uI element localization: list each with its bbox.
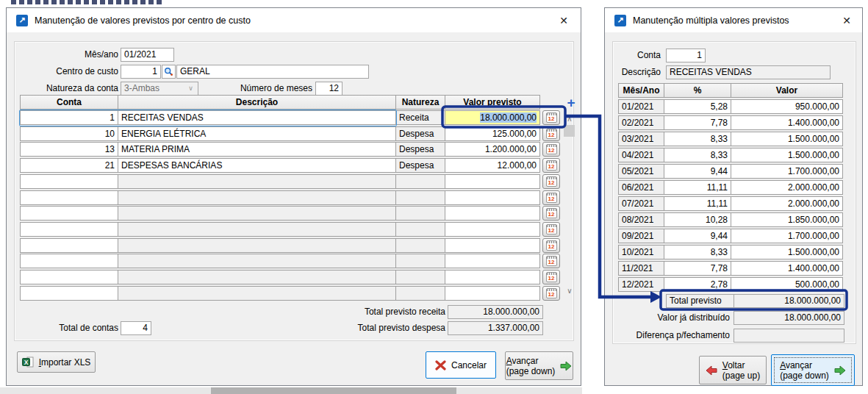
descricao-cell[interactable] bbox=[118, 222, 396, 237]
valor-previsto-cell-selected[interactable]: 18.000.000,00 bbox=[445, 110, 540, 125]
calendar-button[interactable]: 12 bbox=[542, 286, 560, 301]
col-header-natureza: Natureza bbox=[395, 95, 445, 110]
conta-cell[interactable] bbox=[20, 238, 118, 253]
lookup-button[interactable] bbox=[162, 65, 176, 79]
left-window-title: Manutenção de valores previstos por cent… bbox=[35, 15, 251, 26]
pct-cell[interactable]: 11,11 bbox=[664, 196, 731, 211]
calendar-button[interactable]: 12 bbox=[542, 158, 560, 173]
pct-cell[interactable]: 9,44 bbox=[664, 164, 731, 179]
add-row-plus-icon[interactable]: + bbox=[564, 96, 578, 110]
valor-cell[interactable]: 1.500.000,00 bbox=[731, 148, 843, 162]
valor-previsto-cell[interactable] bbox=[445, 174, 540, 189]
conta-cell[interactable] bbox=[20, 270, 118, 284]
pct-cell[interactable]: 5,28 bbox=[664, 99, 731, 114]
close-icon[interactable]: ✕ bbox=[556, 13, 572, 28]
descricao-cell[interactable] bbox=[118, 238, 396, 253]
calendar-button[interactable]: 12 bbox=[542, 222, 560, 237]
descricao-cell[interactable]: DESPESAS BANCÁRIAS bbox=[118, 158, 396, 173]
valor-cell[interactable]: 2.000.000,00 bbox=[731, 196, 843, 211]
mes-ano-cell: 01/2021 bbox=[618, 99, 664, 114]
numero-meses-field[interactable]: 12 bbox=[315, 82, 342, 96]
calendar-button[interactable]: 12 bbox=[542, 254, 560, 268]
valor-previsto-cell[interactable] bbox=[445, 222, 540, 237]
valor-previsto-cell[interactable] bbox=[445, 190, 540, 205]
descricao-cell[interactable] bbox=[118, 270, 396, 284]
conta-cell[interactable]: 13 bbox=[20, 142, 118, 157]
valor-previsto-cell[interactable] bbox=[445, 286, 540, 301]
valor-previsto-cell[interactable]: 12.000,00 bbox=[445, 158, 540, 173]
valor-cell[interactable]: 1.500.000,00 bbox=[731, 245, 843, 259]
conta-cell[interactable] bbox=[20, 254, 118, 268]
pct-cell[interactable]: 10,28 bbox=[664, 212, 731, 227]
avancar-button-focused[interactable]: Avançar (page down) bbox=[771, 354, 855, 386]
conta-cell[interactable] bbox=[20, 222, 118, 237]
mes-ano-field[interactable]: 01/2021 bbox=[121, 48, 174, 62]
scroll-down-icon[interactable]: ∨ bbox=[564, 287, 575, 296]
conta-field[interactable]: 1 bbox=[666, 49, 706, 62]
selected-value-text: 18.000.000,00 bbox=[480, 112, 537, 123]
descricao-cell[interactable]: ENERGIA ELÉTRICA bbox=[118, 126, 396, 141]
valor-cell[interactable]: 1.400.000,00 bbox=[731, 261, 843, 276]
conta-cell[interactable]: 1 bbox=[20, 110, 118, 125]
descricao-cell[interactable] bbox=[118, 254, 396, 268]
valor-previsto-cell[interactable]: 1.200.000,00 bbox=[445, 142, 540, 157]
pct-cell[interactable]: 9,44 bbox=[664, 229, 731, 243]
valor-cell[interactable]: 1.400.000,00 bbox=[731, 115, 843, 130]
avancar-button[interactable]: Avançar (page down) bbox=[505, 351, 573, 380]
descricao-cell[interactable] bbox=[118, 174, 396, 189]
background-horizontal-scrollbar[interactable] bbox=[0, 387, 582, 394]
pct-cell[interactable]: 11,11 bbox=[664, 180, 731, 195]
calendar-button[interactable]: 12 bbox=[542, 142, 560, 157]
valor-cell[interactable]: 950.000,00 bbox=[731, 99, 843, 114]
pct-cell[interactable]: 7,78 bbox=[664, 115, 731, 130]
scroll-up-icon[interactable]: ∧ bbox=[564, 115, 575, 124]
valor-previsto-cell[interactable] bbox=[445, 254, 540, 268]
natureza-cell bbox=[395, 238, 445, 253]
pct-cell[interactable]: 2,78 bbox=[664, 277, 731, 292]
horizontal-scrollbar-thumb[interactable] bbox=[211, 387, 456, 394]
valor-cell[interactable]: 1.850.000,00 bbox=[731, 212, 843, 227]
descricao-cell[interactable] bbox=[118, 206, 396, 221]
importar-xls-button[interactable]: X Importar XLS bbox=[17, 351, 96, 373]
calendar-button[interactable]: 12 bbox=[542, 270, 560, 284]
right-window-title: Manutenção múltipla valores previstos bbox=[633, 15, 789, 26]
centro-custo-name-field[interactable]: GERAL bbox=[176, 65, 369, 79]
vertical-scrollbar-thumb[interactable] bbox=[564, 125, 575, 137]
conta-cell[interactable] bbox=[20, 190, 118, 205]
conta-cell[interactable] bbox=[20, 174, 118, 189]
close-icon[interactable]: ✕ bbox=[839, 13, 855, 28]
calendar-button[interactable]: 12 bbox=[542, 174, 560, 189]
valor-cell[interactable]: 500.000,00 bbox=[731, 277, 843, 292]
pct-cell[interactable]: 7,78 bbox=[664, 261, 731, 276]
conta-cell[interactable]: 10 bbox=[20, 126, 118, 141]
cancelar-button[interactable]: Cancelar bbox=[426, 351, 496, 379]
conta-cell[interactable] bbox=[20, 286, 118, 301]
valor-cell[interactable]: 1.700.000,00 bbox=[731, 229, 843, 243]
table-row-empty: 12 bbox=[20, 270, 560, 284]
descricao-cell[interactable] bbox=[118, 190, 396, 205]
valor-previsto-cell[interactable] bbox=[445, 238, 540, 253]
month-row: 06/202111,112.000.000,00 bbox=[618, 180, 842, 195]
conta-cell[interactable] bbox=[20, 206, 118, 221]
centro-custo-code-field[interactable]: 1 bbox=[121, 65, 161, 79]
voltar-button[interactable]: Voltar (page up) bbox=[699, 356, 767, 384]
conta-cell[interactable]: 21 bbox=[20, 158, 118, 173]
valor-cell[interactable]: 1.500.000,00 bbox=[731, 132, 843, 146]
descricao-cell[interactable] bbox=[118, 286, 396, 301]
right-titlebar: ↗ Manutenção múltipla valores previstos bbox=[605, 8, 862, 32]
pct-cell[interactable]: 8,33 bbox=[664, 132, 731, 146]
calendar-button[interactable]: 12 bbox=[542, 238, 560, 253]
pct-cell[interactable]: 8,33 bbox=[664, 148, 731, 162]
valor-cell[interactable]: 1.700.000,00 bbox=[731, 164, 843, 179]
valor-previsto-cell[interactable] bbox=[445, 270, 540, 284]
valor-previsto-cell[interactable] bbox=[445, 206, 540, 221]
valor-cell[interactable]: 2.000.000,00 bbox=[731, 180, 843, 195]
calendar-button[interactable]: 12 bbox=[542, 110, 560, 125]
calendar-button[interactable]: 12 bbox=[542, 126, 560, 141]
valor-previsto-cell[interactable]: 125.000,00 bbox=[445, 126, 540, 141]
descricao-cell[interactable]: RECEITAS VENDAS bbox=[118, 110, 396, 125]
calendar-button[interactable]: 12 bbox=[542, 206, 560, 221]
pct-cell[interactable]: 8,33 bbox=[664, 245, 731, 259]
descricao-cell[interactable]: MATERIA PRIMA bbox=[118, 142, 396, 157]
calendar-button[interactable]: 12 bbox=[542, 190, 560, 205]
